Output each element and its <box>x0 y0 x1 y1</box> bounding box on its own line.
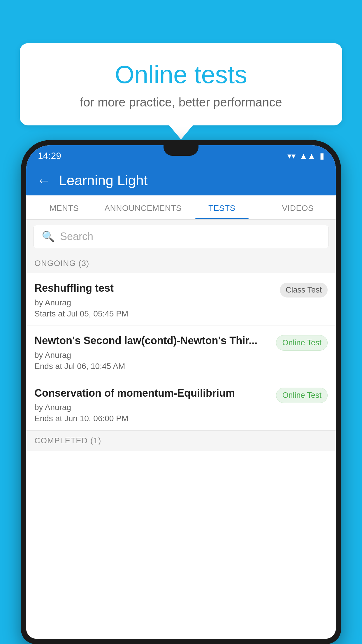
search-container: 🔍 Search <box>26 220 336 253</box>
app-bar: ← Learning Light <box>26 165 336 195</box>
tab-videos[interactable]: VIDEOS <box>260 195 336 219</box>
bubble-subtitle: for more practice, better performance <box>37 95 325 109</box>
test-date-3: Ends at Jun 10, 06:00 PM <box>34 414 270 423</box>
tab-announcements[interactable]: ANNOUNCEMENTS <box>102 195 184 219</box>
search-icon: 🔍 <box>42 230 55 243</box>
test-badge-2: Online Test <box>276 335 328 351</box>
test-date-1: Starts at Jul 05, 05:45 PM <box>34 309 274 318</box>
test-item-2[interactable]: Newton's Second law(contd)-Newton's Thir… <box>26 326 336 378</box>
test-by-2: by Anurag <box>34 351 270 360</box>
tab-bar: MENTS ANNOUNCEMENTS TESTS VIDEOS <box>26 195 336 220</box>
test-list: ONGOING (3) Reshuffling test by Anurag S… <box>26 253 336 639</box>
signal-icon: ▲▲ <box>300 151 316 161</box>
test-info-3: Conservation of momentum-Equilibrium by … <box>34 386 276 424</box>
completed-section-header: COMPLETED (1) <box>26 430 336 451</box>
phone-frame: 14:29 ▾▾ ▲▲ ▮ ← Learning Light MENTS ANN… <box>21 140 341 644</box>
test-name-1: Reshuffling test <box>34 281 274 295</box>
wifi-icon: ▾▾ <box>287 151 296 161</box>
test-by-1: by Anurag <box>34 298 274 307</box>
phone-screen: 14:29 ▾▾ ▲▲ ▮ ← Learning Light MENTS ANN… <box>26 145 336 639</box>
test-badge-3: Online Test <box>276 388 328 403</box>
test-date-2: Ends at Jul 06, 10:45 AM <box>34 362 270 371</box>
speech-bubble: Online tests for more practice, better p… <box>20 43 342 125</box>
search-placeholder: Search <box>60 230 93 243</box>
test-item-3[interactable]: Conservation of momentum-Equilibrium by … <box>26 378 336 431</box>
status-time: 14:29 <box>38 150 61 161</box>
test-by-3: by Anurag <box>34 403 270 412</box>
test-name-3: Conservation of momentum-Equilibrium <box>34 386 270 400</box>
app-title: Learning Light <box>59 172 147 188</box>
bubble-title: Online tests <box>37 61 325 88</box>
tab-tests[interactable]: TESTS <box>184 195 260 219</box>
test-info-2: Newton's Second law(contd)-Newton's Thir… <box>34 334 276 371</box>
back-button[interactable]: ← <box>37 172 51 188</box>
test-badge-1: Class Test <box>280 283 328 298</box>
search-bar[interactable]: 🔍 Search <box>33 225 329 248</box>
test-info-1: Reshuffling test by Anurag Starts at Jul… <box>34 281 280 318</box>
test-item-1[interactable]: Reshuffling test by Anurag Starts at Jul… <box>26 273 336 326</box>
test-name-2: Newton's Second law(contd)-Newton's Thir… <box>34 334 270 348</box>
tab-ments[interactable]: MENTS <box>26 195 102 219</box>
phone-notch <box>164 145 198 156</box>
battery-icon: ▮ <box>320 151 324 161</box>
ongoing-section-header: ONGOING (3) <box>26 253 336 273</box>
status-icons: ▾▾ ▲▲ ▮ <box>287 151 324 161</box>
